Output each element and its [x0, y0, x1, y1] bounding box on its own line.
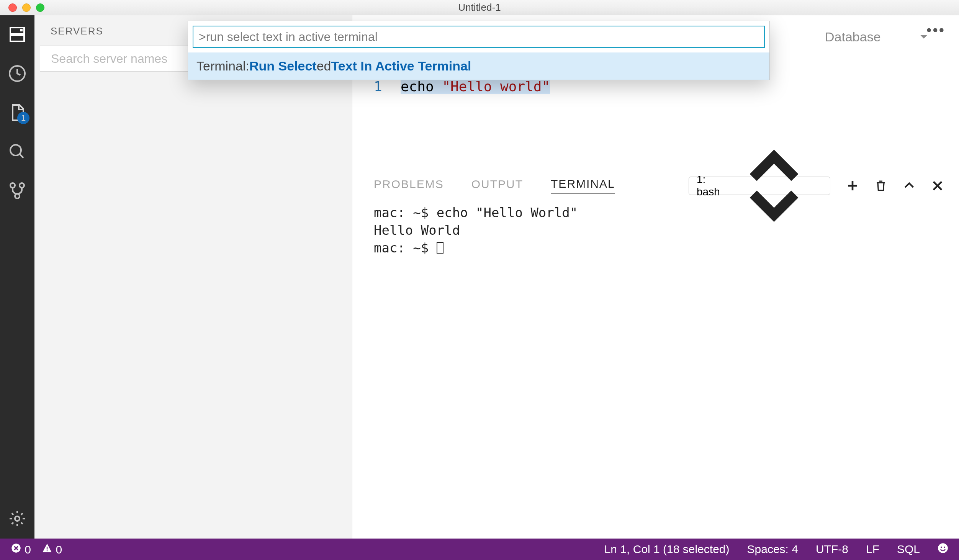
svg-rect-14 [47, 550, 47, 551]
tab-terminal[interactable]: TERMINAL [551, 177, 615, 194]
code-token-echo: echo [401, 79, 442, 94]
status-language[interactable]: SQL [897, 543, 920, 556]
palette-prefix: > [199, 30, 206, 44]
terminal-selector-label: 1: bash [697, 174, 724, 198]
warning-icon [42, 543, 52, 553]
search-icon[interactable] [8, 142, 26, 161]
code-line: echo "Hello world" [401, 79, 550, 94]
command-palette: >run select text in active terminal Term… [188, 21, 770, 80]
tab-problems[interactable]: PROBLEMS [374, 178, 444, 194]
window-title: Untitled-1 [0, 2, 959, 13]
palette-result-prefix: Terminal: [196, 59, 249, 74]
status-indentation[interactable]: Spaces: 4 [747, 543, 798, 556]
palette-result-highlight-2: Text In Active Terminal [331, 59, 471, 74]
new-terminal-button[interactable] [846, 180, 859, 192]
status-errors-count: 0 [25, 543, 31, 556]
panel-controls: 1: bash [689, 177, 944, 195]
gear-icon[interactable] [8, 509, 26, 528]
svg-rect-1 [10, 35, 24, 41]
terminal-cursor [437, 242, 443, 254]
workbench: 1 SERVERS ••• Database Explain 1 [0, 15, 959, 539]
palette-result-item[interactable]: Terminal: Run Selected Text In Active Te… [188, 52, 769, 80]
status-warnings-count: 0 [56, 543, 62, 556]
palette-query: run select text in active terminal [206, 30, 378, 44]
status-bar: 0 0 Ln 1, Col 1 (18 selected) Spaces: 4 … [0, 539, 959, 560]
svg-rect-13 [47, 547, 47, 549]
database-selector[interactable]: Database [825, 25, 932, 48]
svg-point-17 [944, 546, 945, 548]
panel-tabs: PROBLEMS OUTPUT TERMINAL 1: bash [374, 177, 944, 195]
status-warnings[interactable]: 0 [42, 543, 62, 556]
status-errors[interactable]: 0 [11, 543, 31, 556]
tab-output[interactable]: OUTPUT [471, 178, 523, 194]
source-control-icon[interactable] [8, 182, 26, 200]
chevron-down-icon [918, 31, 929, 42]
terminal-text: mac: ~$ echo "Hello World" Hello World m… [374, 205, 578, 255]
close-panel-button[interactable] [931, 180, 944, 192]
svg-point-16 [941, 546, 942, 548]
editor-group: ••• Database Explain 1 echo "Hello world… [352, 15, 959, 539]
maximize-panel-button[interactable] [903, 180, 915, 192]
line-number: 1 [374, 79, 401, 94]
titlebar: Untitled-1 [0, 0, 959, 15]
palette-result-highlight-1: Run Select [249, 59, 317, 74]
database-selector-label: Database [825, 29, 881, 44]
history-icon[interactable] [8, 64, 26, 83]
command-palette-input[interactable]: >run select text in active terminal [193, 26, 765, 48]
svg-point-6 [20, 183, 24, 188]
status-eol[interactable]: LF [866, 543, 879, 556]
kill-terminal-button[interactable] [875, 180, 887, 192]
smiley-icon [938, 543, 948, 553]
svg-rect-2 [20, 29, 22, 31]
status-cursor-position[interactable]: Ln 1, Col 1 (18 selected) [604, 543, 730, 556]
svg-point-5 [10, 183, 15, 188]
svg-point-15 [938, 543, 948, 553]
servers-icon[interactable] [8, 25, 26, 44]
bottom-panel: PROBLEMS OUTPUT TERMINAL 1: bash [352, 171, 959, 539]
files-badge: 1 [17, 112, 29, 124]
svg-point-8 [15, 516, 20, 521]
svg-point-4 [10, 145, 21, 156]
code-token-string: "Hello world" [442, 79, 550, 94]
files-icon[interactable]: 1 [8, 103, 26, 122]
terminal-output[interactable]: mac: ~$ echo "Hello World" Hello World m… [374, 204, 944, 257]
status-encoding[interactable]: UTF-8 [816, 543, 848, 556]
side-panel: SERVERS [34, 15, 352, 539]
activity-bar: 1 [0, 15, 34, 539]
palette-result-mid: ed [317, 59, 331, 74]
terminal-selector[interactable]: 1: bash [689, 177, 830, 195]
status-feedback-button[interactable] [938, 543, 948, 556]
error-icon [11, 543, 21, 553]
